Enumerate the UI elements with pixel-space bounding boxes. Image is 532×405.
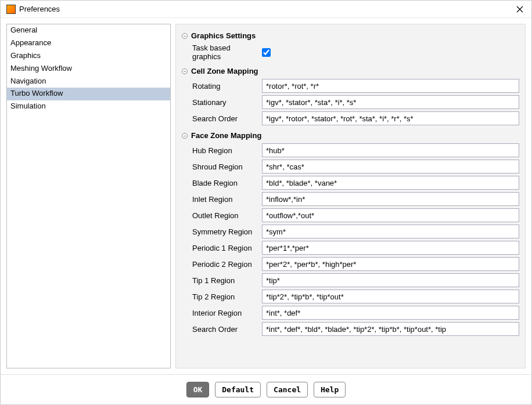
ok-button[interactable]: OK [186, 382, 210, 397]
periodic2-region-label: Periodic 2 Region [192, 260, 257, 269]
category-sidebar: General Appearance Graphics Meshing Work… [6, 24, 171, 368]
symmetry-region-row: Symmetry Region [182, 223, 519, 240]
stationary-label: Stationary [192, 98, 257, 107]
stationary-row: Stationary [182, 94, 519, 110]
sidebar-item-simulation[interactable]: Simulation [7, 100, 170, 113]
section-title: Face Zone Mapping [191, 131, 261, 140]
blade-region-label: Blade Region [192, 179, 257, 187]
tip1-region-label: Tip 1 Region [192, 276, 257, 285]
section-title: Graphics Settings [191, 31, 256, 40]
app-icon [6, 5, 16, 14]
outlet-region-row: Outlet Region [182, 207, 519, 223]
outlet-region-label: Outlet Region [192, 211, 257, 220]
tip1-region-input[interactable] [262, 273, 519, 287]
sidebar-item-graphics[interactable]: Graphics [7, 50, 170, 63]
hub-region-input[interactable] [262, 143, 519, 157]
section-title: Cell Zone Mapping [191, 67, 258, 75]
periodic2-region-row: Periodic 2 Region [182, 256, 519, 272]
sidebar-item-appearance[interactable]: Appearance [7, 37, 170, 50]
close-icon [516, 6, 523, 13]
window-title: Preferences [19, 5, 60, 13]
face-zone-mapping-header[interactable]: – Face Zone Mapping [182, 129, 519, 142]
collapse-icon: – [182, 133, 188, 139]
cell-search-order-input[interactable] [262, 111, 519, 125]
rotating-input[interactable] [262, 79, 519, 93]
dialog-footer: OK Default Cancel Help [1, 374, 531, 404]
task-based-graphics-row: Task based graphics [182, 42, 519, 62]
content-panel: – Graphics Settings Task based graphics … [175, 24, 526, 368]
face-search-order-input[interactable] [262, 322, 519, 336]
outlet-region-input[interactable] [262, 208, 519, 222]
inlet-region-row: Inlet Region [182, 191, 519, 207]
hub-region-row: Hub Region [182, 142, 519, 158]
cell-zone-mapping-section: – Cell Zone Mapping Rotating Stationary … [182, 64, 519, 126]
rotating-label: Rotating [192, 82, 257, 91]
task-based-graphics-checkbox[interactable] [262, 48, 271, 57]
face-search-order-label: Search Order [192, 325, 257, 334]
collapse-icon: – [182, 68, 188, 74]
interior-region-row: Interior Region [182, 305, 519, 321]
hub-region-label: Hub Region [192, 146, 257, 155]
cancel-button[interactable]: Cancel [267, 382, 308, 397]
face-search-order-row: Search Order [182, 321, 519, 337]
cell-zone-mapping-header[interactable]: – Cell Zone Mapping [182, 64, 519, 78]
graphics-settings-section: – Graphics Settings Task based graphics [182, 29, 519, 62]
tip2-region-label: Tip 2 Region [192, 292, 257, 301]
shroud-region-row: Shroud Region [182, 158, 519, 175]
shroud-region-label: Shroud Region [192, 162, 257, 171]
stationary-input[interactable] [262, 95, 519, 109]
sidebar-item-turbo-workflow[interactable]: Turbo Workflow [7, 88, 170, 100]
sidebar-item-meshing-workflow[interactable]: Meshing Workflow [7, 63, 170, 75]
blade-region-row: Blade Region [182, 175, 519, 191]
inlet-region-label: Inlet Region [192, 195, 257, 204]
symmetry-region-label: Symmetry Region [192, 227, 257, 236]
periodic2-region-input[interactable] [262, 257, 519, 271]
titlebar: Preferences [1, 1, 531, 18]
default-button[interactable]: Default [215, 382, 261, 397]
blade-region-input[interactable] [262, 176, 519, 190]
periodic1-region-label: Periodic 1 Region [192, 244, 257, 252]
tip2-region-input[interactable] [262, 290, 519, 303]
help-button[interactable]: Help [314, 382, 346, 397]
close-button[interactable] [514, 3, 526, 15]
face-zone-mapping-section: – Face Zone Mapping Hub Region Shroud Re… [182, 129, 519, 337]
periodic1-region-row: Periodic 1 Region [182, 240, 519, 256]
interior-region-label: Interior Region [192, 309, 257, 317]
shroud-region-input[interactable] [262, 160, 519, 173]
cell-search-order-label: Search Order [192, 114, 257, 123]
titlebar-left: Preferences [6, 5, 60, 14]
periodic1-region-input[interactable] [262, 241, 519, 255]
sidebar-item-general[interactable]: General [7, 24, 170, 37]
interior-region-input[interactable] [262, 306, 519, 320]
dialog-body: General Appearance Graphics Meshing Work… [1, 18, 531, 374]
tip1-region-row: Tip 1 Region [182, 272, 519, 288]
tip2-region-row: Tip 2 Region [182, 288, 519, 305]
sidebar-item-navigation[interactable]: Navigation [7, 75, 170, 88]
cell-search-order-row: Search Order [182, 110, 519, 126]
collapse-icon: – [182, 33, 188, 39]
symmetry-region-input[interactable] [262, 225, 519, 238]
graphics-settings-header[interactable]: – Graphics Settings [182, 29, 519, 42]
rotating-row: Rotating [182, 78, 519, 94]
preferences-window: Preferences General Appearance Graphics … [0, 0, 532, 405]
inlet-region-input[interactable] [262, 192, 519, 206]
task-based-graphics-label: Task based graphics [192, 44, 257, 61]
